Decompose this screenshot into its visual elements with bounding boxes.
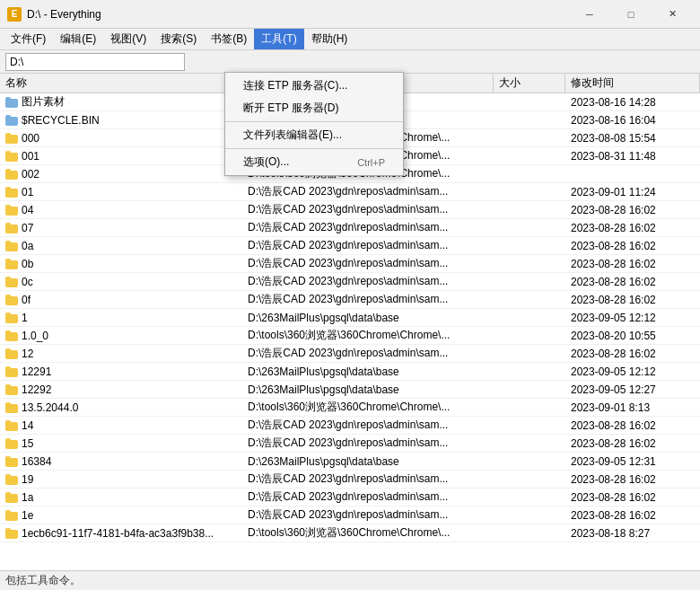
table-row[interactable]: 0fD:\浩辰CAD 2023\gdn\repos\admin\sam...20…	[0, 291, 700, 309]
title-bar: E D:\ - Everything ─ □ ✕	[0, 0, 700, 29]
file-modified-cell	[565, 165, 700, 182]
file-size-cell	[494, 309, 565, 326]
status-bar: 包括工具命令。	[0, 570, 700, 590]
table-row[interactable]: 1eD:\浩辰CAD 2023\gdn\repos\admin\sam...20…	[0, 506, 700, 524]
file-size-cell	[494, 201, 565, 218]
table-row[interactable]: 16384D:\263MailPlus\pgsql\data\base2023-…	[0, 453, 700, 471]
menu-bookmark[interactable]: 书签(B)	[204, 29, 254, 49]
file-modified-cell: 2023-08-16 14:28	[565, 93, 700, 110]
table-row[interactable]: 0cD:\浩辰CAD 2023\gdn\repos\admin\sam...20…	[0, 273, 700, 291]
file-path-cell: D:\263MailPlus\pgsql\data\base	[242, 453, 494, 470]
file-name-cell: 0b	[0, 255, 242, 272]
file-name: 0c	[22, 276, 33, 288]
menu-file[interactable]: 文件(F)	[4, 29, 53, 49]
file-size-cell	[494, 237, 565, 254]
folder-icon	[5, 277, 18, 287]
file-path-cell: D:\tools\360浏览器\360Chrome\Chrome\...	[242, 524, 494, 542]
table-row[interactable]: 01D:\浩辰CAD 2023\gdn\repos\admin\sam...20…	[0, 183, 700, 201]
file-path-cell: D:\浩辰CAD 2023\gdn\repos\admin\sam...	[242, 435, 494, 452]
close-button[interactable]: ✕	[652, 0, 693, 29]
menu-disconnect-etp[interactable]: 断开 ETP 服务器(D)	[225, 97, 403, 119]
file-size-cell	[494, 453, 565, 470]
maximize-button[interactable]: □	[610, 0, 652, 29]
file-size-cell	[494, 489, 565, 506]
menu-connect-etp[interactable]: 连接 ETP 服务器(C)...	[225, 75, 403, 97]
address-input[interactable]	[5, 53, 185, 71]
folder-icon	[5, 528, 18, 539]
file-modified-cell: 2023-08-28 16:02	[565, 237, 700, 254]
file-size-cell	[494, 273, 565, 290]
file-size-cell	[494, 327, 565, 344]
table-row[interactable]: 04D:\浩辰CAD 2023\gdn\repos\admin\sam...20…	[0, 201, 700, 219]
file-path-cell: D:\浩辰CAD 2023\gdn\repos\admin\sam...	[242, 219, 494, 236]
address-bar	[0, 50, 700, 74]
window-controls: ─ □ ✕	[569, 0, 693, 29]
table-row[interactable]: 1.0_0D:\tools\360浏览器\360Chrome\Chrome\..…	[0, 327, 700, 345]
table-row[interactable]: 12291D:\263MailPlus\pgsql\data\base2023-…	[0, 363, 700, 381]
file-modified-cell: 2023-09-05 12:31	[565, 453, 700, 470]
table-row[interactable]: 19D:\浩辰CAD 2023\gdn\repos\admin\sam...20…	[0, 471, 700, 489]
file-name: 1a	[22, 491, 33, 504]
table-row[interactable]: 12D:\浩辰CAD 2023\gdn\repos\admin\sam...20…	[0, 345, 700, 363]
folder-icon	[5, 420, 18, 431]
file-name-cell: 0a	[0, 237, 242, 254]
file-modified-cell: 2023-08-28 16:02	[565, 219, 700, 236]
file-modified-cell: 2023-09-05 12:27	[565, 381, 700, 398]
table-row[interactable]: 13.5.2044.0D:\tools\360浏览器\360Chrome\Chr…	[0, 399, 700, 417]
file-modified-cell: 2023-08-08 15:54	[565, 129, 700, 146]
tools-dropdown-menu: 连接 ETP 服务器(C)... 断开 ETP 服务器(D) 文件列表编辑器(E…	[224, 72, 404, 176]
table-row[interactable]: 12292D:\263MailPlus\pgsql\data\base2023-…	[0, 381, 700, 399]
file-name-cell: 1.0_0	[0, 327, 242, 344]
table-row[interactable]: 14D:\浩辰CAD 2023\gdn\repos\admin\sam...20…	[0, 417, 700, 435]
table-row[interactable]: 0aD:\浩辰CAD 2023\gdn\repos\admin\sam...20…	[0, 237, 700, 255]
file-name: 12292	[22, 383, 51, 396]
menu-tools[interactable]: 工具(T)	[254, 29, 303, 49]
file-name: 1.0_0	[22, 330, 48, 342]
file-name: 04	[22, 204, 33, 216]
folder-icon	[5, 295, 18, 305]
folder-icon	[5, 366, 18, 377]
file-name: 000	[22, 132, 39, 145]
table-row[interactable]: 1D:\263MailPlus\pgsql\data\base2023-09-0…	[0, 309, 700, 327]
menu-view[interactable]: 视图(V)	[103, 29, 153, 49]
status-text: 包括工具命令。	[5, 573, 81, 588]
file-size-cell	[494, 417, 565, 434]
file-modified-cell: 2023-09-01 8:13	[565, 399, 700, 416]
folder-icon	[5, 456, 18, 467]
file-path-cell: D:\浩辰CAD 2023\gdn\repos\admin\sam...	[242, 417, 494, 434]
table-row[interactable]: 15D:\浩辰CAD 2023\gdn\repos\admin\sam...20…	[0, 435, 700, 453]
file-path-cell: D:\浩辰CAD 2023\gdn\repos\admin\sam...	[242, 471, 494, 488]
table-row[interactable]: 0bD:\浩辰CAD 2023\gdn\repos\admin\sam...20…	[0, 255, 700, 273]
file-modified-cell: 2023-08-18 8:27	[565, 524, 700, 542]
header-modified[interactable]: 修改时间	[565, 74, 700, 92]
table-row[interactable]: 1aD:\浩辰CAD 2023\gdn\repos\admin\sam...20…	[0, 489, 700, 506]
file-name: 0f	[22, 294, 31, 306]
menu-separator-2	[225, 148, 403, 149]
menu-edit[interactable]: 编辑(E)	[53, 29, 103, 49]
file-size-cell	[494, 381, 565, 398]
table-row[interactable]: 07D:\浩辰CAD 2023\gdn\repos\admin\sam...20…	[0, 219, 700, 237]
file-modified-cell: 2023-08-28 16:02	[565, 506, 700, 524]
menu-search[interactable]: 搜索(S)	[153, 29, 204, 49]
file-path-cell: D:\tools\360浏览器\360Chrome\Chrome\...	[242, 399, 494, 416]
file-modified-cell: 2023-09-05 12:12	[565, 363, 700, 380]
folder-icon	[5, 474, 18, 485]
menu-options[interactable]: 选项(O)... Ctrl+P	[225, 151, 403, 173]
header-size[interactable]: 大小	[494, 74, 565, 92]
file-path-cell: D:\263MailPlus\pgsql\data\base	[242, 309, 494, 326]
file-name-cell: 000	[0, 129, 242, 146]
file-size-cell	[494, 165, 565, 182]
table-row[interactable]: 1ecb6c91-11f7-4181-b4fa-ac3a3f9b38...D:\…	[0, 524, 700, 542]
file-name-cell: 1a	[0, 489, 242, 506]
menu-file-list-editor[interactable]: 文件列表编辑器(E)...	[225, 124, 403, 146]
file-name-cell: 15	[0, 435, 242, 452]
folder-icon	[5, 438, 18, 449]
file-name-cell: 0f	[0, 291, 242, 308]
file-path-cell: D:\263MailPlus\pgsql\data\base	[242, 381, 494, 398]
file-name-cell: 001	[0, 147, 242, 164]
menu-help[interactable]: 帮助(H)	[304, 29, 355, 49]
file-modified-cell: 2023-09-05 12:12	[565, 309, 700, 326]
menu-separator-1	[225, 121, 403, 122]
header-name[interactable]: 名称	[0, 74, 242, 92]
minimize-button[interactable]: ─	[569, 0, 610, 29]
